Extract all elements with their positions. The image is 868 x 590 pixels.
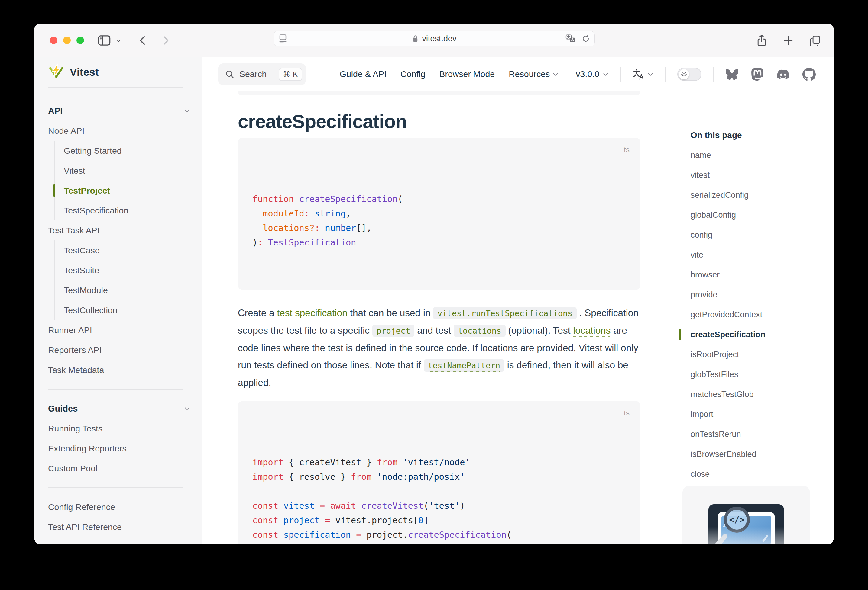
sidebar-item-testsuite[interactable]: TestSuite <box>64 260 190 280</box>
outline-item-matchestestglob[interactable]: matchesTestGlob <box>680 384 816 404</box>
nav-links: Guide & APIConfigBrowser ModeResources <box>340 69 559 79</box>
outline-item-ontestsrerun[interactable]: onTestsRerun <box>680 424 816 444</box>
github-icon[interactable] <box>802 68 816 81</box>
site-navbar: Search ⌘ K Guide & APIConfigBrowser Mode… <box>202 57 834 91</box>
outline-item-isbrowserenabled[interactable]: isBrowserEnabled <box>680 444 816 464</box>
version-menu[interactable]: v3.0.0 <box>576 69 609 79</box>
sidebar-item-testcollection[interactable]: TestCollection <box>64 300 190 320</box>
sidebar-menu-chevron-icon[interactable] <box>115 37 122 44</box>
code-language-badge: ts <box>624 143 630 157</box>
translate-icon[interactable] <box>565 34 576 43</box>
outline-item-close[interactable]: close <box>680 464 816 484</box>
sidebar-item-extending-reporters[interactable]: Extending Reporters <box>48 438 190 458</box>
sidebar-item-getting-started[interactable]: Getting Started <box>64 141 190 160</box>
sidebar-item-node-api[interactable]: Node API <box>48 121 190 141</box>
url-bar[interactable]: vitest.dev <box>273 31 595 47</box>
outline-item-name[interactable]: name <box>680 145 816 165</box>
sidebar-item-custom-pool[interactable]: Custom Pool <box>48 458 190 478</box>
maximize-window-button[interactable] <box>77 37 84 44</box>
nav-link-browser-mode[interactable]: Browser Mode <box>439 69 495 79</box>
sidebar-subgroup: TestCaseTestSuiteTestModuleTestCollectio… <box>54 240 190 320</box>
outline-item-globalconfig[interactable]: globalConfig <box>680 205 816 225</box>
outline-item-createspecification[interactable]: createSpecification <box>680 325 816 344</box>
sidebar-toggle-icon[interactable] <box>97 34 111 47</box>
search-label: Search <box>239 69 267 79</box>
sponsor-card[interactable]: </> <box>682 486 810 544</box>
language-menu[interactable] <box>633 69 654 80</box>
theme-toggle[interactable] <box>677 68 701 81</box>
chevron-down-icon <box>647 71 654 78</box>
nav-link-guide-api[interactable]: Guide & API <box>340 69 387 79</box>
inline-link[interactable]: testNamePattern <box>424 359 505 372</box>
logo[interactable]: Vitest <box>34 57 202 87</box>
sidebar-item-testcase[interactable]: TestCase <box>64 240 190 260</box>
search-icon <box>225 69 235 79</box>
vitest-logo-icon <box>48 63 64 81</box>
close-window-button[interactable] <box>50 37 58 44</box>
sidebar: Vitest APINode APIGetting StartedVitestT… <box>34 57 202 544</box>
chevron-down-icon <box>184 107 190 114</box>
bluesky-icon[interactable] <box>725 68 739 81</box>
outline-item-getprovidedcontext[interactable]: getProvidedContext <box>680 305 816 325</box>
outline-item-isrootproject[interactable]: isRootProject <box>680 344 816 365</box>
outline-title: On this page <box>680 125 816 145</box>
chevron-down-icon <box>552 71 559 78</box>
chevron-down-icon <box>602 71 609 78</box>
language-icon <box>633 69 645 80</box>
sidebar-item-test-task-api[interactable]: Test Task API <box>48 221 190 240</box>
sidebar-item-config-reference[interactable]: Config Reference <box>48 497 190 517</box>
browser-window: vitest.dev <box>34 24 834 544</box>
discord-icon[interactable] <box>776 68 790 80</box>
sidebar-subgroup: Getting StartedVitestTestProjectTestSpec… <box>54 141 190 221</box>
inline-link[interactable]: locations <box>573 325 611 336</box>
nav-divider <box>665 67 666 81</box>
nav-link-config[interactable]: Config <box>400 69 425 79</box>
sidebar-item-testspecification[interactable]: TestSpecification <box>64 200 190 221</box>
sidebar-item-vitest[interactable]: Vitest <box>64 160 190 181</box>
share-icon[interactable] <box>756 34 768 47</box>
sidebar-section-guides[interactable]: Guides <box>48 399 190 418</box>
outline-item-config[interactable]: config <box>680 225 816 245</box>
outline-item-import[interactable]: import <box>680 404 816 424</box>
chevron-down-icon <box>184 405 190 412</box>
traffic-lights <box>50 37 84 44</box>
sidebar-item-running-tests[interactable]: Running Tests <box>48 418 190 438</box>
inline-link[interactable]: test specification <box>277 308 348 318</box>
description-paragraph: Create a test specification that can be … <box>238 305 641 391</box>
new-tab-icon[interactable] <box>782 35 794 46</box>
browser-chrome: vitest.dev <box>34 24 834 57</box>
nav-divider <box>713 67 714 81</box>
inline-code: project <box>372 325 415 337</box>
sidebar-section-api[interactable]: API <box>48 101 190 121</box>
nav-link-resources[interactable]: Resources <box>509 69 559 79</box>
logo-text: Vitest <box>70 66 99 78</box>
command-key-badge: ⌘ K <box>279 68 302 81</box>
sidebar-item-task-metadata[interactable]: Task Metadata <box>48 360 190 380</box>
forward-icon[interactable] <box>161 35 170 46</box>
nav-divider <box>620 67 621 81</box>
reload-icon[interactable] <box>581 34 590 43</box>
back-icon[interactable] <box>138 35 147 46</box>
outline-item-vitest[interactable]: vitest <box>680 165 816 185</box>
tabs-overview-icon[interactable] <box>809 34 821 47</box>
version-label: v3.0.0 <box>576 69 599 79</box>
outline-item-provide[interactable]: provide <box>680 285 816 305</box>
outline-item-browser[interactable]: browser <box>680 265 816 285</box>
minimize-window-button[interactable] <box>63 37 71 44</box>
code-language-badge: ts <box>624 406 630 420</box>
content-area: createSpecification ts function createSp… <box>202 91 834 544</box>
sidebar-item-test-api-reference[interactable]: Test API Reference <box>48 517 190 537</box>
sidebar-nav: APINode APIGetting StartedVitestTestProj… <box>34 88 202 537</box>
outline-item-serializedconfig[interactable]: serializedConfig <box>680 185 816 205</box>
url-domain: vitest.dev <box>422 34 456 44</box>
search-input[interactable]: Search ⌘ K <box>218 63 306 85</box>
inline-link[interactable]: vitest.runTestSpecifications <box>433 307 577 319</box>
sidebar-item-testproject[interactable]: TestProject <box>64 181 190 200</box>
code-block-example: ts import { createVitest } from 'vitest/… <box>238 401 641 545</box>
sidebar-item-testmodule[interactable]: TestModule <box>64 280 190 300</box>
outline-item-vite[interactable]: vite <box>680 245 816 265</box>
sidebar-item-runner-api[interactable]: Runner API <box>48 320 190 340</box>
mastodon-icon[interactable] <box>751 68 764 81</box>
outline-item-globtestfiles[interactable]: globTestFiles <box>680 365 816 384</box>
sidebar-item-reporters-api[interactable]: Reporters API <box>48 340 190 360</box>
